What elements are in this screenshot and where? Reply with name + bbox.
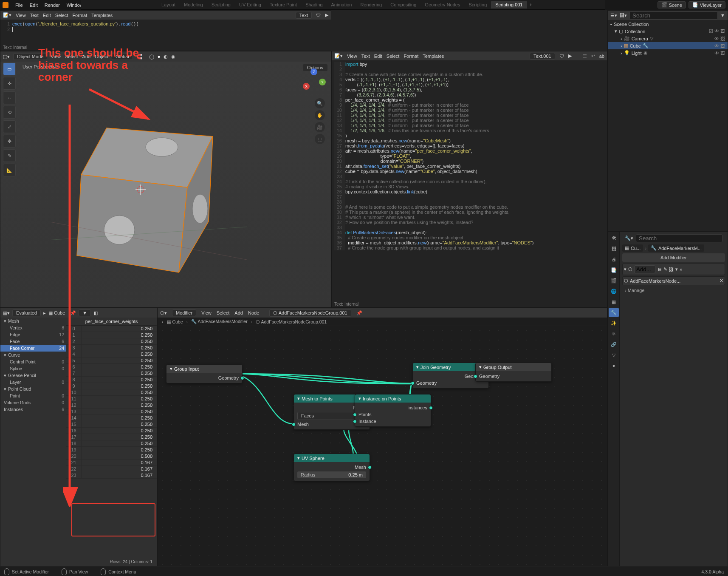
modifier-chip[interactable]: 🔧 AddFaceMarkersM... — [648, 244, 704, 252]
tree-item[interactable]: Layer0 — [0, 379, 66, 386]
shading-rendered-icon[interactable]: ◉ — [171, 54, 175, 60]
table-row[interactable]: 140.250 — [66, 415, 157, 421]
table-row[interactable]: 90.250 — [66, 383, 157, 389]
modifier-name-input[interactable] — [634, 265, 655, 273]
editor-icon[interactable]: ▦▾ — [3, 310, 10, 316]
tree-item[interactable]: ▾ Mesh — [0, 318, 66, 324]
tree-item[interactable]: ▾ Curve — [0, 352, 66, 358]
tab-particles[interactable]: ✨ — [609, 318, 619, 328]
tab-output[interactable]: 🖨 — [609, 255, 619, 264]
tool-scale[interactable]: ⤢ — [3, 120, 16, 133]
tool-move[interactable]: ↔ — [3, 91, 16, 104]
table-row[interactable]: 00.250 — [66, 326, 157, 332]
menu-render[interactable]: Render — [41, 2, 63, 9]
text-datablock[interactable]: Text — [296, 12, 312, 19]
tab-render[interactable]: 🖼 — [609, 244, 619, 253]
close-icon[interactable]: × — [680, 267, 682, 272]
table-row[interactable]: 210.167 — [66, 460, 157, 466]
table-row[interactable]: 190.250 — [66, 447, 157, 453]
table-row[interactable]: 30.250 — [66, 345, 157, 351]
menu-item[interactable]: Select — [55, 13, 68, 18]
pin-icon[interactable]: 📌 — [356, 310, 362, 316]
shading-wireframe-icon[interactable]: ◯ — [149, 54, 154, 60]
menu-item[interactable]: Format — [72, 13, 87, 18]
display-mode-icon[interactable]: 🖼▾ — [620, 13, 627, 18]
table-row[interactable]: 130.250 — [66, 409, 157, 415]
checkbox-icon[interactable]: ☑ — [709, 28, 713, 34]
outliner-item[interactable]: ›🎥Camera ▽👁🖼 — [608, 35, 728, 42]
shield-icon[interactable]: 🛡 — [559, 54, 564, 59]
nodegroup-selector[interactable]: ⬡ AddFaceMarkersNodeGroup.001 — [269, 309, 351, 317]
unlink-icon[interactable]: ✕ — [720, 278, 723, 284]
text-body[interactable]: 1exec(open('./blender_face_markers_quest… — [0, 20, 331, 34]
manage-row[interactable]: › Manage — [622, 287, 725, 294]
tree-item[interactable]: ▾ Grease Pencil — [0, 372, 66, 379]
workspace-tab[interactable]: Compositing — [386, 1, 420, 9]
table-row[interactable]: 170.250 — [66, 434, 157, 440]
menu-item[interactable]: Text — [30, 13, 39, 18]
axis-y-icon[interactable]: Y — [319, 79, 326, 85]
render-icon[interactable]: 🖼 — [720, 43, 725, 48]
mod-toggle-render-icon[interactable]: 🖼 — [669, 267, 674, 272]
node-canvas[interactable]: ▾Group Input Geometry ▾Mesh to Points Po… — [158, 326, 607, 566]
render-icon[interactable]: 🖼 — [720, 51, 725, 56]
workspace-tab[interactable]: Animation — [327, 1, 356, 9]
eye-icon[interactable]: 👁 — [714, 36, 719, 41]
menu-item[interactable]: Format — [404, 54, 418, 59]
tree-item[interactable]: Face6 — [0, 338, 66, 345]
breadcrumb-item[interactable]: ⬡ AddFaceMarkersNodeGroup.001 — [256, 319, 327, 324]
outliner-search-input[interactable] — [629, 11, 718, 20]
add-modifier-button[interactable]: Add Modifier — [622, 253, 725, 262]
camera-icon[interactable]: 🎥 — [315, 122, 325, 132]
editor-icon[interactable]: 📝▾ — [334, 53, 343, 59]
tab-modifier[interactable]: 🔧 — [609, 308, 619, 317]
table-row[interactable]: 120.250 — [66, 402, 157, 409]
menu-item[interactable]: View — [347, 54, 357, 59]
editor-icon[interactable]: ⬡▾ — [160, 310, 167, 316]
table-row[interactable]: 80.250 — [66, 377, 157, 383]
text-datablock[interactable]: Text.001 — [530, 53, 555, 60]
workspace-tab-active[interactable]: Scripting.001 — [491, 1, 527, 9]
workspace-add-button[interactable]: + — [527, 2, 535, 7]
pan-icon[interactable]: ✋ — [315, 110, 325, 120]
menu-item[interactable]: Select — [217, 310, 230, 315]
menu-item[interactable]: Add — [234, 310, 243, 315]
menu-item[interactable]: Templates — [423, 54, 444, 59]
tab-world[interactable]: 🌐 — [609, 287, 619, 296]
menu-file[interactable]: File — [12, 2, 26, 9]
tab-object[interactable]: ▦ — [609, 297, 619, 306]
menu-item[interactable]: View — [16, 13, 26, 18]
workspace-tab[interactable]: Layout — [157, 1, 180, 9]
column-header[interactable]: per_face_corner_weights — [66, 318, 157, 326]
menu-item[interactable]: Select — [387, 54, 400, 59]
perspective-icon[interactable]: ⬚ — [315, 134, 325, 144]
table-row[interactable]: 110.250 — [66, 396, 157, 402]
workspace-tab[interactable]: UV Editing — [235, 1, 265, 9]
tool-rotate[interactable]: ⟲ — [3, 106, 16, 119]
tab-physics[interactable]: ⚛ — [609, 329, 619, 338]
table-row[interactable]: 220.167 — [66, 466, 157, 472]
table-row[interactable]: 150.250 — [66, 421, 157, 428]
tree-item[interactable]: Vertex8 — [0, 324, 66, 331]
menu-item[interactable]: Text — [361, 54, 370, 59]
menu-item[interactable]: Object — [95, 54, 108, 59]
outliner-collection[interactable]: ▾▢Collection ☑👁🖼 — [608, 28, 728, 35]
tool-annotate[interactable]: ✎ — [3, 149, 16, 162]
tab-scene[interactable]: 🎬 — [609, 276, 619, 285]
editor-icon[interactable]: 📝▾ — [3, 12, 11, 18]
axis-x-icon[interactable]: X — [303, 83, 310, 90]
tool-cursor[interactable]: ✛ — [3, 77, 16, 90]
shading-solid-icon[interactable]: ● — [158, 54, 161, 59]
script-body[interactable]: 1import bpy23# Create a cube with per-fa… — [332, 61, 607, 307]
mode-selector[interactable]: Object Mode — [13, 53, 47, 60]
tree-item[interactable]: Control Point0 — [0, 358, 66, 365]
object-chip[interactable]: ▦ Cu... — [622, 244, 643, 252]
nodegroup-field[interactable]: ⬡ AddFaceMarkersNode... ✕ — [622, 276, 725, 285]
eye-icon[interactable]: 👁 — [714, 43, 719, 48]
mod-extra-icon[interactable]: ▾ — [675, 267, 678, 272]
tab-data[interactable]: ▽ — [609, 350, 619, 360]
node-uv-sphere[interactable]: ▾UV Sphere Mesh Radius 0.25 m — [293, 454, 370, 481]
outliner-item[interactable]: ›▦Cube 🔧👁🖼 — [608, 42, 728, 49]
word-wrap-icon[interactable]: ↩ — [591, 53, 595, 59]
sidebar-toggle-icon[interactable]: ◧ — [93, 310, 98, 316]
